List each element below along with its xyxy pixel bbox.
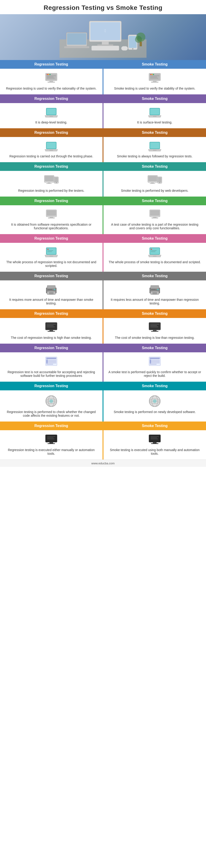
content-row-10: Regression testing is executed either ma… <box>0 430 206 460</box>
header-left-0: Regression Testing <box>0 60 103 69</box>
svg-rect-32 <box>151 74 153 75</box>
svg-rect-158 <box>150 439 158 439</box>
svg-rect-34 <box>150 75 159 76</box>
svg-rect-101 <box>47 324 56 324</box>
svg-rect-65 <box>50 217 53 218</box>
svg-rect-59 <box>150 183 155 184</box>
text-left-4: It is obtained from software requirement… <box>5 223 98 230</box>
icon-right-6 <box>148 284 162 296</box>
svg-rect-26 <box>47 78 55 79</box>
content-row-0: Regression testing is used to verify the… <box>0 69 206 94</box>
header-left-3: Regression Testing <box>0 162 103 171</box>
svg-rect-25 <box>47 77 54 77</box>
text-right-4: A test case of smoke testing is a part o… <box>108 223 201 230</box>
text-right-5: The whole process of smoke testing is do… <box>109 260 201 264</box>
svg-rect-119 <box>46 363 47 363</box>
svg-rect-128 <box>150 363 151 363</box>
section-header-6: Regression TestingSmoke Testing <box>0 272 206 280</box>
icon-left-1 <box>44 107 58 118</box>
page-title: Regression Testing vs Smoke Testing <box>0 0 206 14</box>
svg-rect-29 <box>153 81 157 82</box>
content-row-3: Regression testing is performed by the t… <box>0 171 206 196</box>
content-right-8: A smoke test is performed quickly to con… <box>103 352 206 382</box>
svg-rect-115 <box>46 363 56 363</box>
content-left-8: Regression test is not accountable for a… <box>0 352 103 382</box>
svg-rect-153 <box>153 442 157 443</box>
svg-rect-64 <box>47 210 56 216</box>
text-right-1: It is surface-level testing. <box>137 121 172 124</box>
sections-container: Regression TestingSmoke Testing Regressi… <box>0 60 206 460</box>
header-left-6: Regression Testing <box>0 272 103 280</box>
svg-rect-8 <box>64 46 89 48</box>
svg-rect-112 <box>46 358 56 359</box>
svg-rect-145 <box>49 442 53 443</box>
svg-rect-50 <box>45 176 54 181</box>
content-row-8: Regression test is not accountable for a… <box>0 352 206 382</box>
svg-rect-100 <box>47 331 55 332</box>
header-right-10: Smoke Testing <box>103 422 206 430</box>
svg-rect-154 <box>151 443 159 444</box>
content-right-7: The cost of smoke testing is low than re… <box>103 318 206 344</box>
svg-rect-157 <box>150 438 157 438</box>
content-right-0: Smoke testing is used to verify the stab… <box>103 69 206 94</box>
svg-rect-22 <box>48 74 49 75</box>
svg-point-134 <box>49 399 53 403</box>
header-right-0: Smoke Testing <box>103 60 206 69</box>
svg-rect-125 <box>150 364 157 365</box>
svg-rect-61 <box>158 177 161 182</box>
svg-rect-89 <box>47 289 52 289</box>
svg-rect-114 <box>46 361 56 362</box>
icon-right-10 <box>148 434 162 446</box>
text-right-6: It requires less amount of time and manp… <box>108 298 201 305</box>
header-right-9: Smoke Testing <box>103 382 206 390</box>
icon-left-0 <box>44 73 58 84</box>
icon-right-2 <box>148 141 162 152</box>
svg-rect-82 <box>151 251 156 252</box>
header-right-3: Smoke Testing <box>103 162 206 171</box>
text-left-9: Regression testing is performed to check… <box>5 410 98 417</box>
section-header-0: Regression TestingSmoke Testing <box>0 60 206 69</box>
text-left-8: Regression test is not accountable for a… <box>5 370 98 377</box>
content-left-3: Regression testing is performed by the t… <box>0 171 103 196</box>
svg-rect-110 <box>150 327 158 327</box>
svg-rect-39 <box>49 116 53 117</box>
svg-rect-148 <box>47 436 56 437</box>
section-header-3: Regression TestingSmoke Testing <box>0 162 206 171</box>
svg-point-55 <box>56 182 57 183</box>
content-right-2: Smoke testing is always followed by regr… <box>103 137 206 162</box>
svg-rect-33 <box>153 74 154 75</box>
svg-rect-84 <box>47 285 56 289</box>
svg-rect-16 <box>140 42 142 46</box>
svg-point-62 <box>159 182 160 183</box>
header-right-4: Smoke Testing <box>103 196 206 205</box>
svg-rect-118 <box>46 361 47 362</box>
text-left-5: The whole process of regression testing … <box>5 260 98 268</box>
icon-left-6 <box>44 284 58 296</box>
svg-rect-124 <box>150 363 160 363</box>
svg-rect-38 <box>47 108 56 115</box>
header-left-9: Regression Testing <box>0 382 103 390</box>
svg-rect-69 <box>153 217 157 218</box>
text-right-2: Smoke testing is always followed by regr… <box>117 154 193 158</box>
section-header-1: Regression TestingSmoke Testing <box>0 94 206 103</box>
icon-left-5 <box>44 247 58 258</box>
text-right-0: Smoke testing is used to verify the stab… <box>114 87 196 90</box>
svg-rect-54 <box>55 177 58 182</box>
header-left-1: Regression Testing <box>0 94 103 103</box>
svg-text::  <box>105 28 106 33</box>
content-row-5: The whole process of regression testing … <box>0 243 206 272</box>
content-left-2: Regression testing is carried out throug… <box>0 137 103 162</box>
svg-rect-57 <box>148 176 157 181</box>
svg-rect-117 <box>46 360 47 361</box>
content-row-7: The cost of regression testing is high t… <box>0 318 206 344</box>
svg-rect-94 <box>152 293 157 294</box>
svg-point-88 <box>54 289 55 290</box>
section-header-4: Regression TestingSmoke Testing <box>0 196 206 205</box>
content-left-7: The cost of regression testing is high t… <box>0 318 103 344</box>
svg-rect-81 <box>151 250 157 251</box>
icon-left-2 <box>44 141 58 152</box>
svg-rect-58 <box>151 182 154 183</box>
header-right-8: Smoke Testing <box>103 344 206 352</box>
svg-rect-108 <box>150 324 159 324</box>
header-right-2: Smoke Testing <box>103 128 206 137</box>
